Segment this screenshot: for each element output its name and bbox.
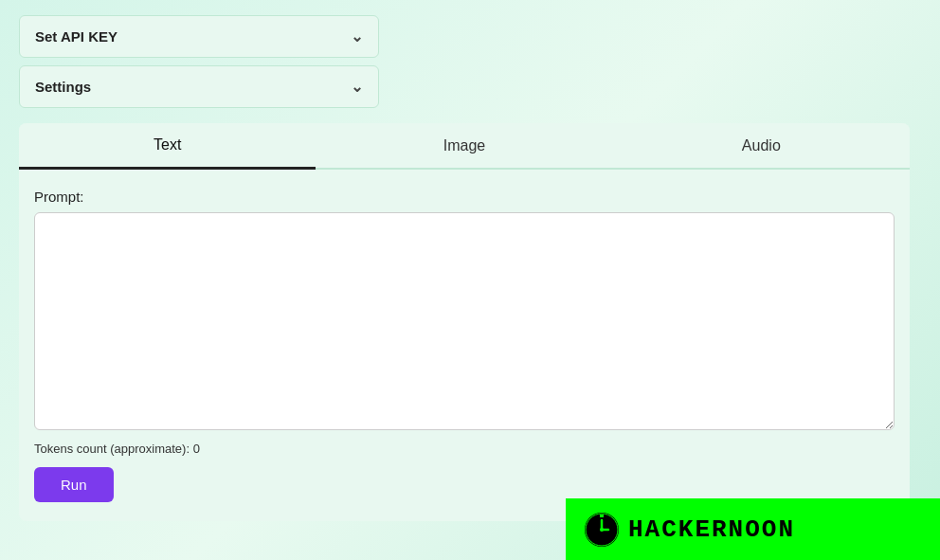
settings-accordion-header[interactable]: Settings ⌄ — [20, 66, 378, 107]
hackernoon-text: HACKERNOON — [628, 515, 795, 544]
hackernoon-clock-icon — [585, 513, 619, 547]
svg-point-3 — [600, 528, 604, 532]
hackernoon-badge: HACKERNOON — [566, 498, 940, 560]
tab-image[interactable]: Image — [316, 123, 612, 168]
tab-audio[interactable]: Audio — [613, 123, 910, 168]
prompt-label: Prompt: — [34, 189, 895, 205]
main-container: Set API KEY ⌄ Settings ⌄ Text Image Audi… — [0, 0, 940, 536]
tab-content-text: Prompt: Tokens count (approximate): 0 Ru… — [19, 170, 910, 521]
api-key-label: Set API KEY — [35, 28, 118, 45]
api-key-accordion: Set API KEY ⌄ — [19, 15, 379, 58]
tabs-header: Text Image Audio — [19, 123, 910, 170]
api-key-chevron-icon: ⌄ — [351, 27, 363, 45]
tabs-container: Text Image Audio Prompt: Tokens count (a… — [19, 123, 910, 521]
tokens-count: Tokens count (approximate): 0 — [34, 442, 895, 456]
svg-point-0 — [586, 514, 618, 546]
tab-text[interactable]: Text — [19, 123, 316, 170]
settings-chevron-icon: ⌄ — [351, 78, 363, 96]
run-button[interactable]: Run — [34, 467, 114, 502]
prompt-textarea[interactable] — [34, 212, 895, 430]
settings-label: Settings — [35, 79, 91, 95]
svg-rect-4 — [600, 515, 604, 517]
api-key-accordion-header[interactable]: Set API KEY ⌄ — [20, 16, 378, 57]
settings-accordion: Settings ⌄ — [19, 65, 379, 108]
